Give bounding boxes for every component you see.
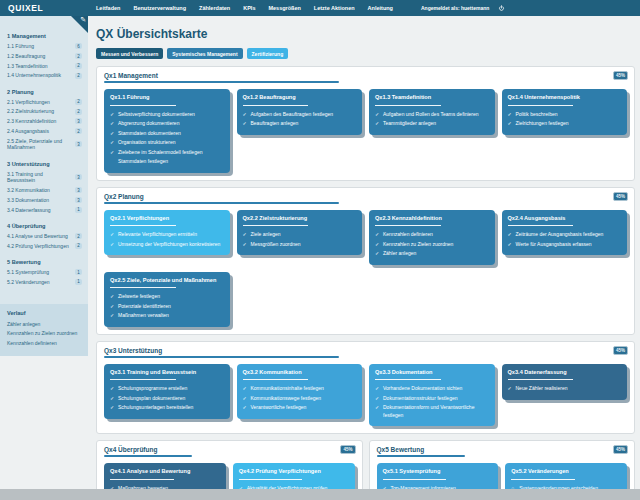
check-icon: ✓ bbox=[243, 111, 248, 119]
card-qx2-5-ziele-potenziale-und-ma-nahmen[interactable]: Qx2.5 Ziele, Potenziale und Maßnahmen✓Zi… bbox=[104, 272, 230, 327]
sidebar-item-5-1-systempr-fung[interactable]: 5.1 Systemprüfung1 bbox=[7, 267, 82, 277]
sidebar-item-4-1-analyse-und-bewertung[interactable]: 4.1 Analyse und Bewertung2 bbox=[7, 231, 82, 241]
card-qx2-2-zielstrukturierung[interactable]: Qx2.2 Zielstrukturierung✓Ziele anlegen✓M… bbox=[237, 210, 363, 256]
task-link-umsetzung-der-verpflichtungen-konkretisieren[interactable]: ✓Umsetzung der Verpflichtungen konkretis… bbox=[110, 240, 224, 250]
pencil-icon[interactable]: ✎ bbox=[80, 16, 86, 24]
check-icon: ✓ bbox=[243, 231, 248, 239]
nav-item-z-hlerdaten[interactable]: Zählerdaten bbox=[199, 5, 230, 11]
task-link-z-hler-anlegen[interactable]: ✓Zähler anlegen bbox=[375, 249, 489, 259]
task-link-politik-beschreiben[interactable]: ✓Politik beschreiben bbox=[508, 110, 622, 120]
history-title: Verlauf bbox=[7, 310, 82, 316]
nav-item-benutzerverwaltung[interactable]: Benutzerverwaltung bbox=[133, 5, 186, 11]
card-qx1-4-unternehmenspolitik[interactable]: Qx1.4 Unternehmenspolitik✓Politik beschr… bbox=[502, 89, 628, 135]
nav-item-letzte-aktionen[interactable]: Letzte Aktionen bbox=[314, 5, 355, 11]
history-link-kennzahlen-definieren[interactable]: Kennzahlen definieren bbox=[7, 338, 82, 348]
sidebar-item-5-2-ver-nderungen[interactable]: 5.2 Veränderungen1 bbox=[7, 277, 82, 287]
task-link-aufgaben-und-rollen-des-teams-definieren[interactable]: ✓Aufgaben und Rollen des Teams definiere… bbox=[375, 110, 489, 120]
task-link-verantwortliche-festlegen[interactable]: ✓Verantwortliche festlegen bbox=[243, 403, 357, 413]
history-link-z-hler-anlegen[interactable]: Zähler anlegen bbox=[7, 319, 82, 329]
task-link-stammdaten-festlegen[interactable]: Stammdaten festlegen bbox=[110, 157, 224, 167]
sidebar-item-1-4-unternehmenspolitik[interactable]: 1.4 Unternehmenspolitik2 bbox=[7, 71, 82, 81]
nav-item-leitfaden[interactable]: Leitfaden bbox=[96, 5, 120, 11]
history-link-kennzahlen-zu-zielen-zuordnen[interactable]: Kennzahlen zu Zielen zuordnen bbox=[7, 328, 82, 338]
sidebar-item-1-1-f-hrung[interactable]: 1.1 Führung6 bbox=[7, 42, 82, 52]
card-title-rule bbox=[110, 479, 174, 480]
card-qx3-3-dokumentation[interactable]: Qx3.3 Dokumentation✓Vorhandene Dokumenta… bbox=[369, 364, 495, 427]
sidebar-item-4-2-pr-fung-verpflichtungen[interactable]: 4.2 Prüfung Verpflichtungen2 bbox=[7, 241, 82, 251]
sidebar-item-3-4-datenerfassung[interactable]: 3.4 Datenerfassung1 bbox=[7, 205, 82, 215]
card-qx2-1-verpflichtungen[interactable]: Qx2.1 Verpflichtungen✓Relevante Verpflic… bbox=[104, 210, 230, 256]
check-icon: ✓ bbox=[375, 120, 380, 128]
task-link-vorhandene-dokumentation-sichten[interactable]: ✓Vorhandene Dokumentation sichten bbox=[375, 384, 489, 394]
nav-item-messgr-en[interactable]: Messgrößen bbox=[268, 5, 300, 11]
card-title: Qx3.4 Datenerfassung bbox=[508, 368, 622, 377]
task-link-neue-z-hler-realisieren[interactable]: ✓Neue Zähler realisieren bbox=[508, 384, 622, 394]
card-qx1-2-beauftragung[interactable]: Qx1.2 Beauftragung✓Aufgaben des Beauftra… bbox=[237, 89, 363, 135]
task-link-schulungsplan-dokumentieren[interactable]: ✓Schulungsplan dokumentieren bbox=[110, 394, 224, 404]
task-label: Maßnahmen verwalten bbox=[118, 312, 169, 320]
task-link-ma-nahmen-verwalten[interactable]: ✓Maßnahmen verwalten bbox=[110, 311, 224, 321]
sidebar-item-1-2-beauftragung[interactable]: 1.2 Beauftragung2 bbox=[7, 51, 82, 61]
task-link-zielwerte-festlegen[interactable]: ✓Zielwerte festlegen bbox=[110, 292, 224, 302]
task-link-ziele-anlegen[interactable]: ✓Ziele anlegen bbox=[243, 230, 357, 240]
check-icon: ✓ bbox=[110, 231, 115, 239]
check-icon: ✓ bbox=[110, 385, 115, 393]
card-qx2-3-kennzahldefinition[interactable]: Qx2.3 Kennzahldefinition✓Kennzahlen defi… bbox=[369, 210, 495, 265]
card-qx1-3-teamdefinition[interactable]: Qx1.3 Teamdefinition✓Aufgaben und Rollen… bbox=[369, 89, 495, 135]
check-icon: ✓ bbox=[375, 404, 380, 419]
sidebar-item-2-1-verpflichtungen[interactable]: 2.1 Verpflichtungen2 bbox=[7, 97, 82, 107]
sidebar-item-label: 2.3 Kennzahldefinition bbox=[7, 118, 56, 125]
card-qx2-4-ausgangsbasis[interactable]: Qx2.4 Ausgangsbasis✓Zeiträume der Ausgan… bbox=[502, 210, 628, 256]
card-title-rule bbox=[239, 479, 303, 480]
sidebar-item-1-3-teamdefinition[interactable]: 1.3 Teamdefinition2 bbox=[7, 61, 82, 71]
card-qx3-1-training-und-bewusstsein[interactable]: Qx3.1 Training und Bewusstsein✓Schulungs… bbox=[104, 364, 230, 419]
card-qx1-1-f-hrung[interactable]: Qx1.1 Führung✓Selbstverpflichtung dokume… bbox=[104, 89, 230, 173]
task-link-beauftragten-anlegen[interactable]: ✓Beauftragten anlegen bbox=[243, 119, 357, 129]
task-link-zielrichtungen-festlegen[interactable]: ✓Zielrichtungen festlegen bbox=[508, 119, 622, 129]
card-qx3-2-kommunikation[interactable]: Qx3.2 Kommunikation✓Kommunikationsinhalt… bbox=[237, 364, 363, 419]
check-icon: ✓ bbox=[110, 130, 115, 138]
task-link-relevante-verpflichtungen-ermitteln[interactable]: ✓Relevante Verpflichtungen ermitteln bbox=[110, 230, 224, 240]
task-link-kommunikationswege-festlegen[interactable]: ✓Kommunikationswege festlegen bbox=[243, 394, 357, 404]
sidebar-item-2-4-ausgangsbasis[interactable]: 2.4 Ausgangsbasis2 bbox=[7, 126, 82, 136]
task-link-aufgaben-des-beauftragten-festlegen[interactable]: ✓Aufgaben des Beauftragten festlegen bbox=[243, 110, 357, 120]
task-link-zielebene-im-schalenmodell-festlegen[interactable]: ✓Zielebene im Schalenmodell festlegen bbox=[110, 148, 224, 158]
check-icon: ✓ bbox=[508, 385, 513, 393]
task-link-dokumentationsstruktur-festlegen[interactable]: ✓Dokumentationsstruktur festlegen bbox=[375, 394, 489, 404]
task-link-schulungsunterlagen-bereitstellen[interactable]: ✓Schulungsunterlagen bereitstellen bbox=[110, 403, 224, 413]
sidebar-item-3-2-kommunikation[interactable]: 3.2 Kommunikation3 bbox=[7, 186, 82, 196]
task-link-kennzahlen-zu-zielen-zuordnen[interactable]: ✓Kennzahlen zu Zielen zuordnen bbox=[375, 240, 489, 250]
filter-button-systemisches-management[interactable]: Systemisches Management bbox=[167, 48, 242, 59]
task-link-kommunikationsinhalte-festlegen[interactable]: ✓Kommunikationsinhalte festlegen bbox=[243, 384, 357, 394]
task-link-kennzahlen-definieren[interactable]: ✓Kennzahlen definieren bbox=[375, 230, 489, 240]
sidebar-item-3-1-training-und-bewusstsein[interactable]: 3.1 Training und Bewusstsein3 bbox=[7, 169, 82, 186]
nav-item-kpis[interactable]: KPIs bbox=[243, 5, 255, 11]
task-link-abgrenzung-dokumentieren[interactable]: ✓Abgrenzung dokumentieren bbox=[110, 119, 224, 129]
sidebar-item-2-3-kennzahldefinition[interactable]: 2.3 Kennzahldefinition3 bbox=[7, 117, 82, 127]
task-link-schulungsprogramme-erstellen[interactable]: ✓Schulungsprogramme erstellen bbox=[110, 384, 224, 394]
task-link-selbstverpflichtung-dokumentieren[interactable]: ✓Selbstverpflichtung dokumentieren bbox=[110, 110, 224, 120]
task-link-dokumentationsform-und-verantwortliche-festlegen[interactable]: ✓Dokumentationsform und Verantwortliche … bbox=[375, 403, 489, 420]
count-badge: 1 bbox=[75, 207, 82, 213]
task-link-werte-f-r-ausgangsbasis-erfassen[interactable]: ✓Werte für Ausgangsbasis erfassen bbox=[508, 240, 622, 250]
task-label: Zeiträume der Ausgangsbasis festlegen bbox=[516, 231, 604, 239]
task-link-zeitr-ume-der-ausgangsbasis-festlegen[interactable]: ✓Zeiträume der Ausgangsbasis festlegen bbox=[508, 230, 622, 240]
nav-item-anleitung[interactable]: Anleitung bbox=[368, 5, 393, 11]
power-icon[interactable] bbox=[498, 5, 505, 12]
sidebar-item-2-2-zielstrukturierung[interactable]: 2.2 Zielstrukturierung2 bbox=[7, 107, 82, 117]
sidebar-item-3-3-dokumentation[interactable]: 3.3 Dokumentation3 bbox=[7, 195, 82, 205]
sidebar-item-2-5-ziele-potenziale-und-ma-nahmen[interactable]: 2.5 Ziele, Potenziale und Maßnahmen3 bbox=[7, 136, 82, 153]
task-link-potenziale-identifizieren[interactable]: ✓Potenziale identifizieren bbox=[110, 302, 224, 312]
filter-button-messen-und-verbessern[interactable]: Messen und Verbessern bbox=[96, 48, 163, 59]
task-link-messgr-en-zuordnen[interactable]: ✓Messgrößen zuordnen bbox=[243, 240, 357, 250]
card-title-rule bbox=[110, 287, 176, 288]
task-link-stammdaten-dokumentieren[interactable]: ✓Stammdaten dokumentieren bbox=[110, 129, 224, 139]
progress-badge: 45% bbox=[613, 192, 628, 201]
card-qx3-4-datenerfassung[interactable]: Qx3.4 Datenerfassung✓Neue Zähler realisi… bbox=[502, 364, 628, 400]
sidebar-item-label: 4.1 Analyse und Bewertung bbox=[7, 233, 68, 240]
filter-button-zertifizierung[interactable]: Zertifizierung bbox=[247, 48, 289, 59]
card-title: Qx3.2 Kommunikation bbox=[243, 368, 357, 377]
task-link-organisation-strukturieren[interactable]: ✓Organisation strukturieren bbox=[110, 138, 224, 148]
task-label: Dokumentationsstruktur festlegen bbox=[383, 395, 457, 403]
task-link-teammitglieder-anlegen[interactable]: ✓Teammitglieder anlegen bbox=[375, 119, 489, 129]
